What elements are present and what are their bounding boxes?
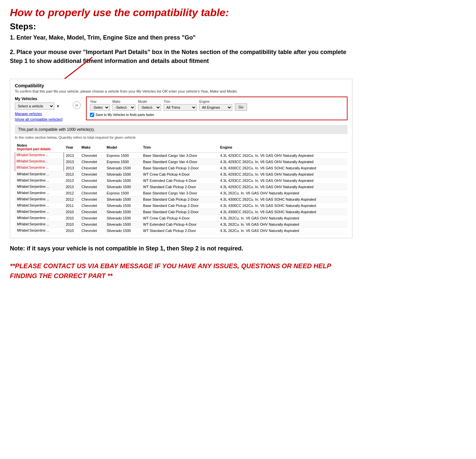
make-cell: Chevrolet <box>79 153 104 159</box>
engine-cell: 4.3L 262Cu. In. V6 GAS OHV Naturally Asp… <box>218 190 348 196</box>
year-label: Year <box>90 100 110 103</box>
engine-cell: 4.3L 4293CC 262Cu. In. V6 GAS OHV Natura… <box>218 171 348 178</box>
trim-cell: Base Standard Cargo Van 4-Door <box>141 159 218 165</box>
compat-title: Compatibility <box>15 83 348 88</box>
compat-count-bar: This part is compatible with 1000 vehicl… <box>15 125 348 134</box>
col-year: Year <box>64 142 79 153</box>
engine-cell: 4.3L 4293CC 262Cu. In. V6 GAS OHV Natura… <box>218 184 348 190</box>
make-cell: Chevrolet <box>79 159 104 165</box>
engine-cell: 4.3L 4293CC 262Cu. In. V6 GAS OHV Natura… <box>218 178 348 184</box>
notes-cell: Mfrlabel:Serpentine ... <box>15 209 64 215</box>
compat-subtitle: To confirm that this part fits your vehi… <box>15 89 348 93</box>
year-cell: 2013 <box>64 184 79 190</box>
save-vehicles-checkbox[interactable] <box>90 113 94 117</box>
make-cell: Chevrolet <box>79 196 104 203</box>
trim-cell: WT Standard Cab Pickup 2-Door <box>141 184 218 190</box>
table-row: Mfrlabel:Serpentine ...2012ChevroletSilv… <box>15 196 348 203</box>
make-cell: Chevrolet <box>79 171 104 178</box>
year-cell: 2010 <box>64 221 79 228</box>
make-cell: Chevrolet <box>79 203 104 209</box>
manage-vehicles-link[interactable]: Manage vehicles <box>15 112 68 116</box>
col-model: Model <box>105 142 141 153</box>
imp-detail-label: Important part details <box>17 147 62 151</box>
model-cell: Express 1500 <box>105 190 141 196</box>
my-vehicles-section: My Vehicles Select a vehicle ▼ Manage ve… <box>15 97 68 122</box>
notes-cell: Mfrlabel:Serpentine ... <box>15 165 64 171</box>
notes-cell: Mfrlabel:Serpentine ... <box>15 190 64 196</box>
or-label: or <box>73 101 81 109</box>
table-row: Mfrlabel:Serpentine ...2013ChevroletExpr… <box>15 153 348 159</box>
engine-cell: 4.3L 4300CC 262Cu. In. V6 GAS SOHC Natur… <box>218 165 348 171</box>
make-label: Make <box>112 100 135 103</box>
save-vehicles-label: Save to My Vehicles to finds parts faste… <box>96 113 154 117</box>
trim-cell: Base Standard Cargo Van 3-Door <box>141 153 218 159</box>
trim-label: Trim <box>164 100 197 103</box>
year-cell: 2011 <box>64 203 79 209</box>
notes-cell: Mfrlabel:Serpentine ... <box>15 203 64 209</box>
year-cell: 2010 <box>64 209 79 215</box>
year-cell: 2013 <box>64 171 79 178</box>
table-row: Mfrlabel:Serpentine...2013ChevroletExpre… <box>15 159 348 165</box>
trim-cell: Base Standard Cab Pickup 2-Door <box>141 209 218 215</box>
trim-cell: WT Crew Cab Pickup 4-Door <box>141 215 218 221</box>
engine-cell: 4.3L 4300CC 262Cu. In. V6 GAS SOHC Natur… <box>218 203 348 209</box>
make-cell: Chevrolet <box>79 215 104 221</box>
trim-select[interactable]: All Trims <box>164 104 197 111</box>
notes-cell: Mfrlabel:Serpentine ... <box>15 196 64 203</box>
diagram-area: Compatibility To confirm that this part … <box>10 79 352 238</box>
year-cell: 2010 <box>64 215 79 221</box>
model-cell: Silverado 1500 <box>105 196 141 203</box>
trim-cell: Base Standard Cab Pickup 2-Door <box>141 196 218 203</box>
model-cell: Silverado 1500 <box>105 228 141 234</box>
notes-cell: Mfrlabel:Serpentine ... <box>15 221 64 228</box>
compat-table: NotesImportant part details Year Make Mo… <box>15 142 348 234</box>
table-row: Mfrlabel:Serpentine ...2011ChevroletSilv… <box>15 203 348 209</box>
save-vehicles-row: Save to My Vehicles to finds parts faste… <box>90 113 344 117</box>
year-cell: 2010 <box>64 228 79 234</box>
trim-col: Trim All Trims <box>164 100 197 111</box>
col-engine: Engine <box>218 142 348 153</box>
table-row: Mfrlabel:Serpentine ...2013ChevroletSilv… <box>15 184 348 190</box>
year-cell: 2012 <box>64 196 79 203</box>
make-cell: Chevrolet <box>79 184 104 190</box>
ymm-row: Year -Select- Make -Select- Model <box>90 100 344 111</box>
engine-cell: 4.3L 4293CC 262Cu. In. V6 GAS OHV Natura… <box>218 153 348 159</box>
model-cell: Silverado 1500 <box>105 178 141 184</box>
year-col: Year -Select- <box>90 100 110 111</box>
model-cell: Silverado 1500 <box>105 203 141 209</box>
compat-controls: My Vehicles Select a vehicle ▼ Manage ve… <box>15 97 348 122</box>
engine-cell: 4.3L 4300CC 262Cu. In. V6 GAS SOHC Natur… <box>218 209 348 215</box>
make-cell: Chevrolet <box>79 221 104 228</box>
go-button[interactable]: Go <box>235 103 247 111</box>
notes-cell: Mfrlabel:Serpentine ... <box>15 215 64 221</box>
year-cell: 2012 <box>64 190 79 196</box>
model-cell: Silverado 1500 <box>105 165 141 171</box>
make-cell: Chevrolet <box>79 190 104 196</box>
model-cell: Silverado 1500 <box>105 215 141 221</box>
notes-cell: Mfrlabel:Serpentine ... <box>15 171 64 178</box>
trim-cell: WT Extended Cab Pickup 4-Door <box>141 178 218 184</box>
engine-select[interactable]: All Engines <box>199 104 232 111</box>
year-cell: 2013 <box>64 153 79 159</box>
trim-cell: WT Standard Cab Pickup 2-Door <box>141 228 218 234</box>
model-select[interactable]: -Select- <box>138 104 161 111</box>
table-row: Mfrlabel:Serpentine ...2012ChevroletExpr… <box>15 190 348 196</box>
trim-cell: Base Standard Cab Pickup 2-Door <box>141 203 218 209</box>
trim-cell: WT Crew Cab Pickup 4-Door <box>141 171 218 178</box>
show-compat-link[interactable]: [show all compatible vehicles] <box>15 117 63 121</box>
trim-cell: WT Extended Cab Pickup 4-Door <box>141 221 218 228</box>
table-row: Mfrlabel:Serpentine ...2013ChevroletSilv… <box>15 178 348 184</box>
model-cell: Express 1500 <box>105 153 141 159</box>
vehicle-select[interactable]: Select a vehicle <box>15 102 54 110</box>
model-cell: Silverado 1500 <box>105 221 141 228</box>
notes-cell: Mfrlabel:Serpentine ... <box>15 178 64 184</box>
year-select[interactable]: -Select- <box>90 104 110 111</box>
my-vehicles-label: My Vehicles <box>15 97 68 101</box>
year-cell: 2013 <box>64 178 79 184</box>
make-select[interactable]: -Select- <box>112 104 135 111</box>
make-col: Make -Select- <box>112 100 135 111</box>
engine-cell: 4.3L 262Cu. In. V6 GAS OHV Naturally Asp… <box>218 215 348 221</box>
quantity-note: In the notes section below, Quantity ref… <box>15 135 348 139</box>
steps-label: Steps: <box>10 21 352 32</box>
step1-text: 1. Enter Year, Make, Model, Trim, Engine… <box>10 34 352 42</box>
